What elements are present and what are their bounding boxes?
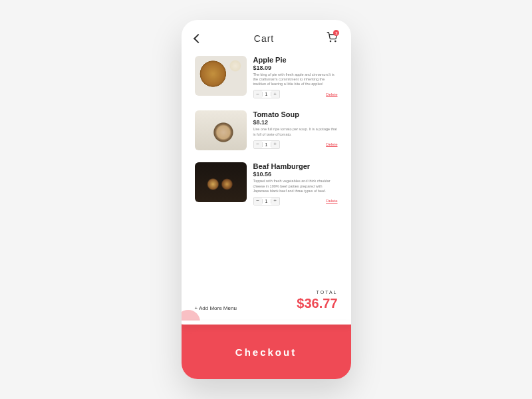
total-block: TOTAL $36.77 (297, 290, 337, 311)
cart-footer: + Add More Menu TOTAL $36.77 (182, 285, 351, 321)
item-price: $18.09 (253, 65, 338, 71)
header: Cart 3 (182, 20, 351, 51)
quantity-stepper: − 1 + (253, 140, 280, 149)
page-title: Cart (254, 33, 274, 44)
item-price: $10.56 (253, 171, 338, 178)
total-price: $36.77 (297, 296, 337, 311)
item-name: Beaf Hamburger (253, 162, 338, 170)
item-image (195, 56, 247, 96)
cart-item: Beaf Hamburger $10.56 Topped with fresh … (195, 162, 338, 205)
qty-minus-button[interactable]: − (254, 141, 262, 148)
qty-plus-button[interactable]: + (271, 90, 279, 98)
delete-button[interactable]: Delete (326, 92, 337, 96)
item-actions: − 1 + Delete (253, 197, 338, 205)
item-image (195, 110, 247, 150)
cart-item: Apple Pie $18.09 The king of pie with fr… (195, 56, 338, 98)
quantity-stepper: − 1 + (253, 197, 280, 205)
delete-button[interactable]: Delete (326, 199, 337, 203)
item-price: $8.12 (253, 119, 338, 126)
item-info: Apple Pie $18.09 The king of pie with fr… (253, 56, 338, 98)
cart-item: Tomato Soup $8.12 Use one full ripe toma… (195, 110, 338, 150)
item-description: Topped with fresh vegetables and thick c… (253, 179, 338, 193)
qty-plus-button[interactable]: + (271, 198, 279, 205)
qty-value: 1 (262, 199, 271, 203)
qty-minus-button[interactable]: − (254, 198, 262, 205)
checkout-button[interactable]: Checkout (182, 325, 351, 379)
qty-minus-button[interactable]: − (254, 90, 262, 98)
checkout-label: Checkout (235, 346, 297, 358)
cart-badge: 3 (333, 30, 339, 36)
add-more-button[interactable]: + Add More Menu (195, 305, 237, 311)
cart-items-list: Apple Pie $18.09 The king of pie with fr… (182, 51, 351, 285)
card-divider (182, 321, 351, 325)
cart-button[interactable]: 3 (327, 32, 337, 45)
back-icon[interactable] (193, 34, 202, 43)
item-description: The king of pie with fresh apple and cin… (253, 72, 338, 86)
total-label: TOTAL (297, 290, 337, 295)
item-description: Use one full ripe tomato per soup. It is… (253, 127, 338, 136)
item-actions: − 1 + Delete (253, 90, 338, 98)
item-image (195, 162, 247, 202)
svg-point-1 (335, 41, 336, 41)
qty-value: 1 (262, 92, 271, 96)
qty-value: 1 (262, 142, 271, 147)
quantity-stepper: − 1 + (253, 90, 280, 98)
item-name: Apple Pie (253, 56, 338, 64)
item-name: Tomato Soup (253, 110, 338, 118)
svg-point-0 (331, 41, 331, 41)
item-info: Tomato Soup $8.12 Use one full ripe toma… (253, 110, 338, 150)
delete-button[interactable]: Delete (326, 142, 337, 146)
item-info: Beaf Hamburger $10.56 Topped with fresh … (253, 162, 338, 205)
item-actions: − 1 + Delete (253, 140, 338, 149)
qty-plus-button[interactable]: + (271, 141, 279, 148)
phone-frame: Cart 3 Apple Pie $18.09 The king of pie … (182, 20, 351, 379)
